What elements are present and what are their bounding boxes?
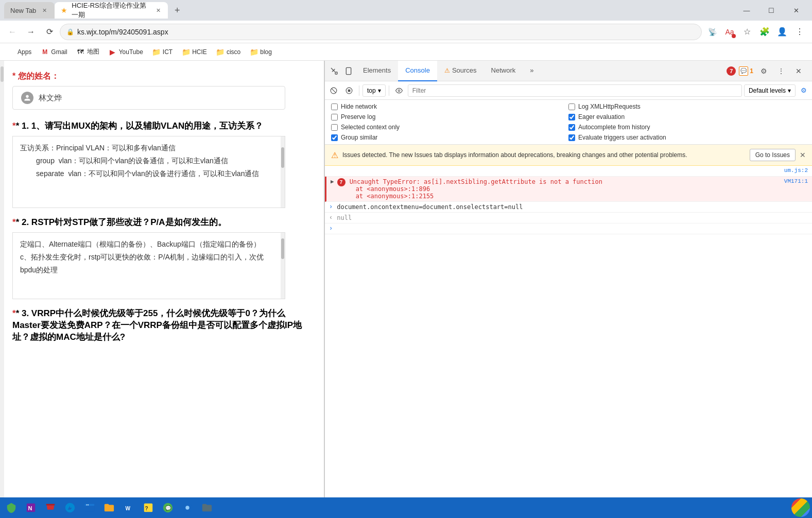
forward-button[interactable]: → <box>23 24 39 40</box>
log-xml-checkbox[interactable] <box>568 103 575 110</box>
bookmark-blog[interactable]: 📁 blog <box>246 46 276 58</box>
window-controls: — ☐ ✕ <box>735 2 808 19</box>
bookmark-cisco[interactable]: 📁 cisco <box>212 46 245 58</box>
tab-sources[interactable]: ⚠ Sources <box>437 61 484 81</box>
options-col-left: Hide network Preserve log Selected conte… <box>331 103 568 141</box>
settings-gear-icon[interactable]: ⚙ <box>798 84 810 97</box>
taskbar-shield[interactable] <box>2 498 21 517</box>
taskbar-browser[interactable] <box>80 498 99 517</box>
devtools-settings-icon[interactable]: ⚙ <box>756 64 771 78</box>
back-button[interactable]: ← <box>4 24 21 40</box>
console-line-1-file[interactable]: um.js:2 <box>784 167 808 174</box>
autocomplete-checkbox[interactable] <box>568 124 575 131</box>
menu-icon[interactable]: ⋮ <box>791 24 808 40</box>
go-to-issues-button[interactable]: Go to Issues <box>750 149 796 161</box>
bookmark-ict[interactable]: 📁 ICT <box>148 46 177 58</box>
default-levels-dropdown[interactable]: Default levels ▾ <box>744 84 796 97</box>
translate-icon[interactable]: Aa <box>721 24 738 40</box>
q2-answer-box[interactable]: 定端口、Alternate端口（根端口的备份）、Backup端口（指定端口的备份… <box>12 232 285 299</box>
taskbar-tasks[interactable]: ? <box>139 498 158 517</box>
default-levels-label: Default levels <box>749 87 786 94</box>
devtools-close-icon[interactable]: ✕ <box>791 64 806 78</box>
tab-new-close[interactable]: ✕ <box>40 6 48 14</box>
error-expand-icon[interactable]: ▶ <box>331 178 334 185</box>
bookmark-apps-label: Apps <box>18 48 31 56</box>
group-similar-checkbox[interactable] <box>331 134 338 141</box>
tab-more[interactable]: » <box>523 61 541 81</box>
console-options: Hide network Preserve log Selected conte… <box>325 100 812 145</box>
new-tab-button[interactable]: + <box>170 3 184 18</box>
web-content: * 您的姓名： 林文烨 ** 1. 1、请写出MUX的架构，以及辅助VLAN的用… <box>0 61 324 497</box>
tab-network[interactable]: Network <box>484 61 523 81</box>
q1-scroll-thumb[interactable] <box>281 147 284 168</box>
taskbar-file-explorer[interactable] <box>100 498 118 517</box>
cast-icon[interactable]: 📡 <box>704 24 720 40</box>
taskbar-store[interactable] <box>41 498 60 517</box>
q1-title: ** 1. 1、请写出MUX的架构，以及辅助VLAN的用途，互访关系？ <box>12 120 308 132</box>
console-prompt-content[interactable] <box>337 225 808 232</box>
eager-eval-checkbox[interactable] <box>568 114 575 120</box>
console-output: um.js:2 ▶ 7 Uncaught TypeError: as[i].ne… <box>325 166 812 497</box>
console-prompt-line[interactable]: › <box>325 223 812 234</box>
q1-scrollbar[interactable] <box>281 136 285 208</box>
web-inner: * 您的姓名： 林文烨 ** 1. 1、请写出MUX的架构，以及辅助VLAN的用… <box>0 61 324 497</box>
taskbar-edge[interactable] <box>61 498 79 517</box>
tab-active[interactable]: ★ HCIE-RS综合理论作业第一期 ✕ <box>55 2 168 19</box>
bookmark-youtube[interactable]: ▶ YouTube <box>105 46 147 58</box>
bookmark-icon[interactable]: ☆ <box>739 24 755 40</box>
bookmark-gmail[interactable]: M Gmail <box>37 46 71 58</box>
error-content: Uncaught TypeError: as[i].nextSibling.ge… <box>350 178 782 200</box>
console-clear-icon[interactable] <box>327 84 340 97</box>
tab-console[interactable]: Console <box>398 61 437 81</box>
filter-input[interactable] <box>408 84 742 97</box>
maximize-button[interactable]: ☐ <box>759 2 783 19</box>
url-text: ks.wjx.top/m/92405091.aspx <box>77 28 695 36</box>
devtools-inspect-icon[interactable] <box>327 64 341 78</box>
lock-icon: 🔒 <box>66 28 74 36</box>
extensions-icon[interactable]: 🧩 <box>756 24 773 40</box>
hide-network-option: Hide network <box>331 103 568 110</box>
error-file[interactable]: VM171:1 <box>784 178 808 184</box>
taskbar-steam[interactable] <box>178 498 197 517</box>
left-scroll-thumb[interactable] <box>1 66 4 82</box>
q2-scroll-thumb[interactable] <box>281 238 284 259</box>
bookmark-hcie[interactable]: 📁 HCIE <box>178 46 211 58</box>
error-line1: Uncaught TypeError: as[i].nextSibling.ge… <box>350 178 782 185</box>
q3-star: * <box>12 308 16 318</box>
taskbar-chrome[interactable] <box>791 498 810 517</box>
warn-icon: 💬 <box>739 66 748 76</box>
devtools-tabs: Elements Console ⚠ Sources Network » 7 💬… <box>325 61 812 81</box>
taskbar-onenote[interactable]: N <box>22 498 40 517</box>
preserve-log-checkbox[interactable] <box>331 114 338 120</box>
context-select[interactable]: top ▾ <box>362 84 386 97</box>
tab-active-close[interactable]: ✕ <box>154 6 162 14</box>
selected-context-checkbox[interactable] <box>331 124 338 131</box>
bookmark-youtube-label: YouTube <box>119 48 143 56</box>
tab-new[interactable]: New Tab ✕ <box>4 2 55 19</box>
bookmark-apps[interactable]: Apps <box>4 46 36 58</box>
devtools-more-icon[interactable]: ⋮ <box>774 64 788 78</box>
console-stop-icon[interactable] <box>342 84 356 97</box>
q1-answer-box[interactable]: 互访关系：Principal VLAN：可以和多有vlan通信 group vl… <box>12 136 285 208</box>
taskbar-folder2[interactable] <box>198 498 216 517</box>
reload-button[interactable]: ⟳ <box>41 24 58 40</box>
account-icon[interactable]: 👤 <box>774 24 790 40</box>
taskbar-word[interactable]: W <box>119 498 138 517</box>
taskbar-wechat[interactable]: 💬 <box>159 498 177 517</box>
q2-scrollbar[interactable] <box>281 233 285 299</box>
hide-network-checkbox[interactable] <box>331 103 338 110</box>
issues-close-icon[interactable]: ✕ <box>800 151 806 159</box>
bookmark-maps-label: 地图 <box>87 47 99 56</box>
eye-icon[interactable] <box>392 84 406 97</box>
devtools-device-icon[interactable] <box>341 64 356 78</box>
bookmark-hcie-label: HCIE <box>192 48 207 56</box>
tab-elements[interactable]: Elements <box>356 61 398 81</box>
svg-text:W: W <box>126 506 131 511</box>
minimize-button[interactable]: — <box>735 2 758 19</box>
close-button[interactable]: ✕ <box>784 2 808 19</box>
eval-triggers-checkbox[interactable] <box>568 134 575 141</box>
issues-bar: ⚠ Issues detected. The new Issues tab di… <box>325 145 812 166</box>
address-bar[interactable]: 🔒 ks.wjx.top/m/92405091.aspx <box>60 24 702 40</box>
bookmarks-bar: Apps M Gmail 🗺 地图 ▶ YouTube 📁 ICT 📁 HCIE… <box>0 43 812 61</box>
bookmark-maps[interactable]: 🗺 地图 <box>73 45 103 58</box>
